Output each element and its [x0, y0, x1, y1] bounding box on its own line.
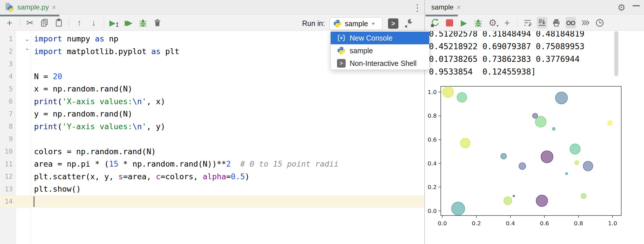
settings-gear-icon[interactable]: ⚙▾	[487, 17, 498, 28]
popup-item-label: New Console	[350, 34, 393, 42]
paste-icon[interactable]	[54, 17, 64, 28]
run-in-dropdown[interactable]: sample ▾	[329, 17, 383, 30]
debug-bug-icon[interactable]	[473, 17, 483, 28]
line-number[interactable]: 13	[0, 185, 13, 193]
run-selection-icon[interactable]: ▶I	[109, 17, 119, 28]
toolbar-separator	[104, 18, 104, 27]
console-toolbar: ▶ ⚙▾ +	[425, 15, 644, 31]
code-line-14[interactable]: 14	[0, 195, 424, 208]
svg-text:0.8: 0.8	[574, 220, 583, 227]
svg-text:0.0: 0.0	[438, 220, 447, 227]
code-line-6[interactable]: 6print('X-axis values:\n', x)	[0, 95, 424, 108]
editor-tab-bar: sample.py ×	[0, 0, 424, 15]
rerun-icon[interactable]	[430, 17, 440, 28]
delete-trash-icon[interactable]	[152, 17, 163, 28]
scatter-plot-image: 0.00.20.40.60.81.00.00.20.40.60.81.0	[426, 83, 628, 229]
fast-forward-icon[interactable]	[580, 17, 590, 28]
text-caret	[34, 196, 34, 207]
stop-icon[interactable]	[444, 17, 455, 28]
code-line-4[interactable]: 4N = 20	[0, 70, 424, 83]
debug-bug-icon[interactable]	[138, 17, 148, 28]
svg-text:1.0: 1.0	[608, 220, 617, 227]
gear-icon[interactable]: ⚙	[617, 2, 626, 13]
more-options-kebab-icon[interactable]: ⋮	[413, 2, 422, 13]
line-number[interactable]: 12	[0, 173, 13, 180]
run-all-icon[interactable]: ▶▶	[123, 17, 134, 28]
code-text: import numpy as np	[34, 34, 118, 43]
chevron-down-icon: ▾	[372, 21, 375, 27]
toolbar-separator	[20, 18, 20, 27]
wrench-settings-icon[interactable]	[404, 18, 413, 29]
code-text: plt.scatter(x, y, s=area, c=colors, alph…	[34, 172, 250, 181]
tab-title: sample	[431, 3, 453, 11]
close-icon[interactable]: ×	[52, 3, 56, 11]
line-number[interactable]: 8	[0, 123, 13, 130]
add-button[interactable]: +	[502, 17, 512, 28]
popup-item-label: Non-Interactive Shell	[350, 59, 417, 68]
minimize-icon[interactable]	[632, 5, 640, 6]
line-number[interactable]: 6	[0, 98, 13, 105]
popup-item-new-console[interactable]: New Console	[331, 32, 429, 44]
code-text: N = 20	[34, 72, 62, 81]
print-icon[interactable]	[551, 17, 562, 28]
code-line-10[interactable]: 10colors = np.random.rand(N)	[0, 145, 424, 158]
ide-window: sample.py × ⋮ + ✂ ↑ ↓ ▶I ▶▶ Run in:	[0, 0, 644, 244]
line-number[interactable]: 1	[0, 35, 13, 43]
console-line-4: 0.9533854 0.12455938]	[429, 66, 584, 78]
console-tab-bar: sample ×	[425, 0, 644, 15]
console-line-3: 0.01738265 0.73862383 0.3776944	[429, 53, 584, 66]
code-line-9[interactable]: 9	[0, 133, 424, 145]
code-line-8[interactable]: 8print('Y-axis values:\n', y)	[0, 120, 424, 133]
popup-item-non-interactive-shell[interactable]: >Non-Interactive Shell	[331, 57, 429, 70]
line-number[interactable]: 5	[0, 85, 13, 93]
tab-title: sample.py	[17, 3, 49, 11]
svg-text:0.4: 0.4	[506, 220, 515, 227]
svg-text:0.2: 0.2	[472, 220, 481, 227]
move-up-icon[interactable]: ↑	[74, 17, 84, 28]
run-icon[interactable]: ▶	[459, 17, 469, 28]
line-number[interactable]: 3	[0, 60, 13, 68]
line-number[interactable]: 7	[0, 110, 13, 118]
line-number[interactable]: 10	[0, 148, 13, 155]
python-icon	[333, 19, 342, 28]
soft-wrap-icon[interactable]	[522, 17, 533, 28]
tab-sample-py[interactable]: sample.py ×	[0, 0, 61, 14]
open-terminal-icon[interactable]: >	[388, 18, 398, 29]
code-line-5[interactable]: 5x = np.random.rand(N)	[0, 83, 424, 95]
code-text: y = np.random.rand(N)	[34, 109, 132, 118]
add-button[interactable]: +	[4, 17, 15, 28]
code-text: plt.show()	[34, 184, 81, 193]
fold-marker-icon[interactable]: ⌃	[24, 45, 30, 58]
code-line-7[interactable]: 7y = np.random.rand(N)	[0, 108, 424, 120]
line-number[interactable]: 2	[0, 47, 13, 55]
line-number[interactable]: 4	[0, 73, 13, 80]
code-text: print('X-axis values:\n', x)	[34, 97, 165, 106]
popup-item-sample[interactable]: sample	[331, 44, 429, 57]
active-tab-underline	[0, 15, 59, 16]
run-in-selected-value: sample	[345, 20, 368, 28]
console-line-1: 0.51202578 0.31848494 0.48184819	[429, 31, 584, 40]
show-variables-glasses-icon[interactable]	[566, 17, 576, 28]
code-line-12[interactable]: 12plt.scatter(x, y, s=area, c=colors, al…	[0, 170, 424, 183]
move-down-icon[interactable]: ↓	[88, 17, 99, 28]
history-clock-icon[interactable]	[594, 17, 605, 28]
line-number[interactable]: 9	[0, 135, 13, 143]
code-line-11[interactable]: 11area = np.pi * (15 * np.random.rand(N)…	[0, 158, 424, 170]
svg-text:0.2: 0.2	[428, 184, 437, 190]
line-number[interactable]: 14	[0, 198, 13, 205]
close-icon[interactable]: ×	[456, 3, 461, 11]
python-icon	[337, 46, 346, 55]
code-line-13[interactable]: 13plt.show()	[0, 183, 424, 195]
popup-item-label: sample	[350, 47, 373, 55]
scroll-to-end-icon[interactable]	[537, 17, 547, 28]
cut-icon[interactable]: ✂	[25, 17, 35, 28]
code-text: print('Y-axis values:\n', y)	[34, 122, 165, 131]
code-text: import matplotlib.pyplot as plt	[34, 47, 179, 56]
copy-icon[interactable]	[39, 17, 50, 28]
tab-sample-console[interactable]: sample ×	[427, 0, 466, 14]
scrollbar-thumb[interactable]	[614, 31, 618, 76]
python-file-icon	[5, 2, 14, 12]
line-number[interactable]: 11	[0, 160, 13, 168]
fold-marker-icon[interactable]: ⌄	[24, 33, 30, 45]
svg-text:0.6: 0.6	[540, 220, 549, 227]
